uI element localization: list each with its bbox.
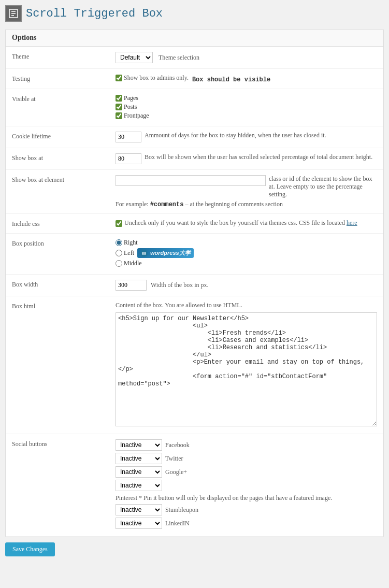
position-middle-label: Middle — [124, 260, 142, 267]
testing-label: Testing — [12, 74, 116, 83]
show-box-element-example: For example: #comments – at the beginnin… — [116, 200, 377, 208]
testing-checkbox-text: Show box to admins only. — [124, 74, 189, 82]
testing-checkbox[interactable] — [116, 75, 122, 81]
visible-pages-row: Pages — [116, 94, 377, 102]
include-css-label: Include css — [12, 219, 116, 228]
visible-pages-checkbox[interactable] — [116, 95, 122, 102]
box-html-row: Box html Content of the box. You are all… — [6, 296, 383, 434]
social-buttons-row: Social buttons Inactive Active Facebook … — [6, 434, 383, 537]
page-wrapper: Scroll Triggered Box Options Theme Defau… — [0, 0, 389, 588]
visible-posts-label: Posts — [124, 103, 137, 111]
visible-frontpage-row: Frontpage — [116, 112, 377, 120]
social-buttons-label: Social buttons — [12, 439, 116, 448]
css-here-link[interactable]: here — [347, 219, 357, 226]
visible-posts-row: Posts — [116, 103, 377, 111]
visible-posts-checkbox[interactable] — [116, 104, 122, 110]
include-css-desc: Uncheck only if you want to style the bo… — [124, 219, 357, 227]
testing-value: Show box to admins only. Box should be v… — [116, 74, 377, 83]
position-left-row: Left W wordpress大学 — [116, 248, 377, 258]
box-html-textarea[interactable]: <h5>Sign up for our Newsletter</h5> <ul>… — [116, 312, 377, 426]
linkedin-row: Inactive Active LinkedIN — [116, 518, 377, 529]
pinterest-select[interactable]: Inactive Active — [116, 480, 162, 491]
pinterest-label: Pinterest * Pin it button will only be d… — [116, 494, 332, 502]
options-box: Options Theme Default Light Dark Custom … — [5, 29, 384, 537]
visible-at-row: Visible at Pages Posts Frontpage — [6, 89, 383, 126]
box-width-row: Box width Width of the box in px. — [6, 275, 383, 296]
save-changes-button[interactable]: Save Changes — [5, 542, 55, 556]
box-html-desc: Content of the box. You are allowed to u… — [116, 302, 377, 309]
box-position-label: Box position — [12, 239, 116, 248]
linkedin-label: LinkedIN — [165, 520, 190, 527]
cookie-lifetime-value: Ammount of days for the box to stay hidd… — [116, 132, 377, 142]
box-width-input[interactable] — [116, 280, 147, 291]
box-width-value: Width of the box in px. — [116, 280, 377, 291]
box-html-label: Box html — [12, 302, 116, 310]
position-middle-radio[interactable] — [116, 260, 122, 267]
position-middle-row: Middle — [116, 260, 377, 267]
theme-select[interactable]: Default Light Dark Custom — [116, 52, 153, 63]
theme-description: Theme selection — [159, 54, 199, 61]
position-right-row: Right — [116, 239, 377, 247]
facebook-row: Inactive Active Facebook — [116, 439, 377, 451]
testing-checkbox-label[interactable]: Show box to admins only. — [116, 74, 189, 82]
position-right-radio[interactable] — [116, 239, 122, 246]
stumbleupon-label: Stumbleupon — [165, 506, 198, 514]
wp-logo: W — [140, 250, 148, 257]
box-width-desc: Width of the box in px. — [151, 281, 209, 289]
visible-pages-label: Pages — [124, 94, 138, 102]
pinterest-row: Inactive Active Pinterest * Pin it butto… — [116, 480, 377, 502]
options-header: Options — [6, 30, 383, 47]
cookie-lifetime-input[interactable] — [116, 132, 141, 142]
theme-value: Default Light Dark Custom Theme selectio… — [116, 52, 377, 63]
googleplus-row: Inactive Active Google+ — [116, 466, 377, 478]
visible-frontpage-checkbox[interactable] — [116, 112, 122, 119]
facebook-select[interactable]: Inactive Active — [116, 439, 162, 451]
testing-row: Testing Show box to admins only. Box sho… — [6, 69, 383, 89]
linkedin-select[interactable]: Inactive Active — [116, 518, 162, 529]
include-css-row: Include css Uncheck only if you want to … — [6, 214, 383, 234]
example-code: #comments — [150, 201, 184, 208]
twitter-label: Twitter — [165, 455, 183, 463]
show-box-element-desc1: class or id of the element to show the b… — [269, 175, 377, 198]
googleplus-select[interactable]: Inactive Active — [116, 466, 162, 478]
include-css-value: Uncheck only if you want to style the bo… — [116, 219, 377, 227]
show-box-element-input[interactable] — [116, 175, 266, 186]
twitter-row: Inactive Active Twitter — [116, 453, 377, 464]
watermark-badge: W wordpress大学 — [137, 248, 194, 258]
options-body: Theme Default Light Dark Custom Theme se… — [6, 47, 383, 537]
show-box-element-row: Show box at element class or id of the e… — [6, 170, 383, 214]
box-position-value: Right Left W wordpress大学 — [116, 239, 377, 269]
position-right-label: Right — [124, 239, 138, 247]
position-left-radio[interactable] — [116, 250, 122, 256]
include-css-checkbox[interactable] — [116, 220, 122, 227]
watermark-text: W wordpress大学 — [137, 248, 194, 258]
testing-bold-text: Box should be visible — [192, 76, 270, 83]
box-html-value: Content of the box. You are allowed to u… — [116, 302, 377, 428]
box-width-label: Box width — [12, 280, 116, 289]
plugin-icon — [5, 5, 22, 22]
show-box-at-input[interactable] — [116, 153, 141, 164]
show-box-at-row: Show box at Box will be shown when the u… — [6, 148, 383, 170]
visible-at-value: Pages Posts Frontpage — [116, 94, 377, 121]
twitter-select[interactable]: Inactive Active — [116, 453, 162, 464]
show-box-at-label: Show box at — [12, 153, 116, 162]
stumbleupon-row: Inactive Active Stumbleupon — [116, 504, 377, 515]
page-title-bar: Scroll Triggered Box — [5, 5, 384, 22]
cookie-lifetime-description: Ammount of days for the box to stay hidd… — [145, 132, 377, 139]
theme-label: Theme — [12, 52, 116, 61]
facebook-label: Facebook — [165, 441, 190, 449]
social-buttons-value: Inactive Active Facebook Inactive Active… — [116, 439, 377, 531]
box-position-row: Box position Right Left W wordpress大学 — [6, 234, 383, 275]
visible-at-label: Visible at — [12, 94, 116, 103]
show-box-at-value: Box will be shown when the user has scro… — [116, 153, 377, 164]
show-box-at-description: Box will be shown when the user has scro… — [145, 153, 377, 161]
visible-frontpage-label: Frontpage — [124, 112, 149, 120]
show-box-element-value: class or id of the element to show the b… — [116, 175, 377, 208]
theme-row: Theme Default Light Dark Custom Theme se… — [6, 47, 383, 69]
page-title: Scroll Triggered Box — [26, 7, 163, 20]
stumbleupon-select[interactable]: Inactive Active — [116, 504, 162, 515]
show-box-element-label: Show box at element — [12, 175, 116, 184]
cookie-lifetime-label: Cookie lifetime — [12, 132, 116, 140]
position-left-label: Left — [124, 249, 134, 257]
googleplus-label: Google+ — [165, 468, 187, 476]
